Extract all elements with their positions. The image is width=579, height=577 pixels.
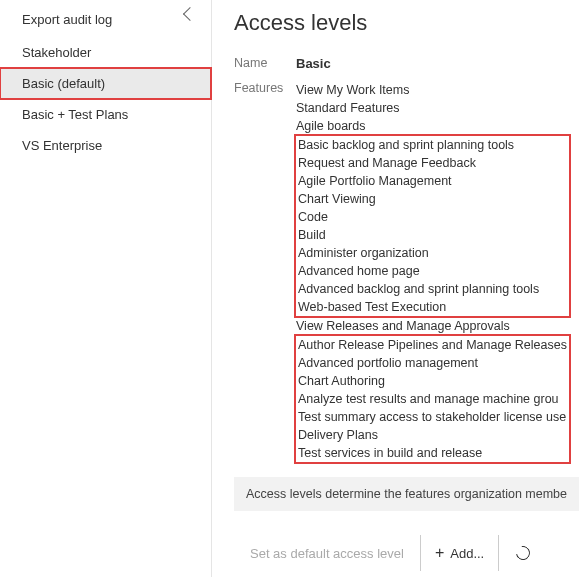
add-label: Add... [450, 546, 484, 561]
feature-item: Advanced portfolio management [298, 354, 567, 372]
export-audit-log[interactable]: Export audit log [0, 6, 211, 37]
feature-item: Delivery Plans [298, 426, 567, 444]
feature-item: Advanced backlog and sprint planning too… [298, 280, 567, 298]
feature-item: Agile boards [296, 117, 569, 135]
feature-item: Advanced home page [298, 262, 567, 280]
level-basic-test-plans[interactable]: Basic + Test Plans [0, 99, 211, 130]
feature-item: View My Work Items [296, 81, 569, 99]
feature-item: Chart Authoring [298, 372, 567, 390]
feature-item: Author Release Pipelines and Manage Rele… [298, 336, 567, 354]
feature-item: Administer organization [298, 244, 567, 262]
page-title: Access levels [234, 10, 579, 36]
main-panel: Access levels Name Basic Features View M… [212, 0, 579, 577]
info-bar: Access levels determine the features org… [234, 477, 579, 511]
feature-item: Test summary access to stakeholder licen… [298, 408, 567, 426]
feature-item: Request and Manage Feedback [298, 154, 567, 172]
feature-item: Test services in build and release [298, 444, 567, 462]
refresh-icon [513, 543, 532, 562]
set-default-button: Set as default access level [234, 535, 420, 571]
features-list: View My Work Items Standard Features Agi… [296, 81, 569, 463]
feature-item: Basic backlog and sprint planning tools [298, 136, 567, 154]
feature-item: Web-based Test Execution [298, 298, 567, 316]
feature-item: Chart Viewing [298, 190, 567, 208]
feature-highlight-group: Author Release Pipelines and Manage Rele… [294, 334, 571, 464]
level-stakeholder[interactable]: Stakeholder [0, 37, 211, 68]
feature-item: View Releases and Manage Approvals [296, 317, 569, 335]
feature-item: Analyze test results and manage machine … [298, 390, 567, 408]
features-row: Features View My Work Items Standard Fea… [234, 81, 579, 463]
level-vs-enterprise[interactable]: VS Enterprise [0, 130, 211, 161]
sidebar: Export audit log Stakeholder Basic (defa… [0, 0, 212, 577]
level-basic[interactable]: Basic (default) [0, 68, 211, 99]
name-key: Name [234, 56, 296, 71]
feature-item: Code [298, 208, 567, 226]
feature-item: Build [298, 226, 567, 244]
feature-item: Agile Portfolio Management [298, 172, 567, 190]
features-key: Features [234, 81, 296, 463]
add-button[interactable]: + Add... [420, 535, 499, 571]
name-row: Name Basic [234, 56, 579, 71]
feature-highlight-group: Basic backlog and sprint planning tools … [294, 134, 571, 318]
plus-icon: + [435, 544, 444, 562]
name-value: Basic [296, 56, 331, 71]
feature-item: Standard Features [296, 99, 569, 117]
chevron-left-icon [183, 6, 197, 20]
refresh-button[interactable] [499, 535, 547, 571]
export-label: Export audit log [22, 12, 185, 27]
toolbar: Set as default access level + Add... [234, 535, 579, 571]
